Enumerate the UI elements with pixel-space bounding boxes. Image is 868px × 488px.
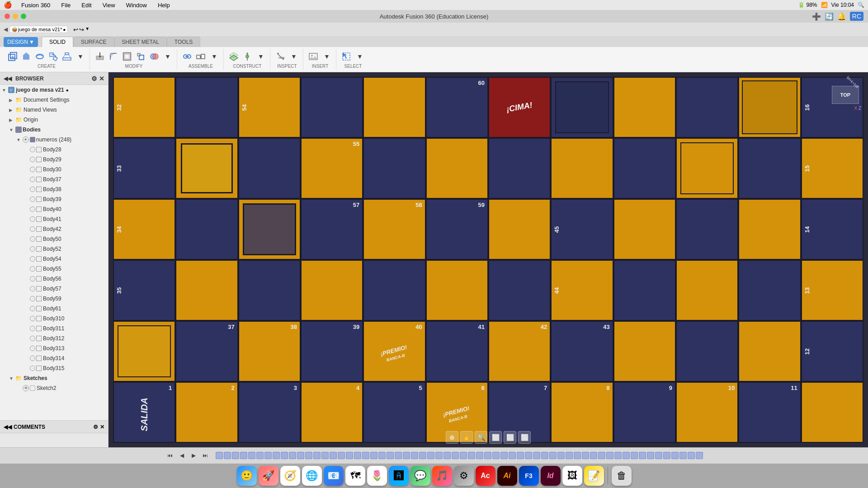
measure-icon[interactable]: mm: [274, 50, 287, 63]
loft-icon[interactable]: [61, 50, 73, 63]
maximize-button[interactable]: [21, 14, 26, 19]
timeline-step[interactable]: [574, 452, 581, 459]
sweep-icon[interactable]: [47, 50, 60, 63]
body-visibility-icon[interactable]: ·: [30, 346, 35, 351]
timeline-step[interactable]: [671, 452, 679, 459]
dock-acrobat[interactable]: Ac: [476, 466, 495, 486]
timeline-step[interactable]: [330, 452, 337, 459]
body-visibility-icon[interactable]: ·: [30, 177, 35, 182]
create-dropdown[interactable]: ▼: [74, 50, 87, 63]
tree-item-body52[interactable]: · Body52: [0, 244, 108, 254]
combine-icon[interactable]: [148, 50, 160, 63]
viewcube[interactable]: TOP X Z: [827, 77, 863, 113]
skip-back-btn[interactable]: ⏮: [165, 450, 175, 460]
body-visibility-icon[interactable]: ·: [30, 286, 35, 291]
sketch-visibility-icon[interactable]: 👁: [23, 385, 29, 391]
tree-item-doc-settings[interactable]: ▶ 📁 Document Settings: [0, 95, 108, 105]
notification-icon[interactable]: 🔔: [837, 12, 846, 21]
timeline-step[interactable]: [663, 452, 670, 459]
timeline-step[interactable]: [387, 452, 394, 459]
timeline-step[interactable]: [256, 452, 264, 459]
tree-item-body38[interactable]: · Body38: [0, 184, 108, 194]
dock-maps[interactable]: 🗺: [345, 466, 365, 486]
timeline-step[interactable]: [264, 452, 272, 459]
timeline-step[interactable]: [492, 452, 500, 459]
construct-dropdown[interactable]: ▼: [255, 50, 267, 63]
select-dropdown[interactable]: ▼: [354, 50, 366, 63]
tree-item-body55[interactable]: · Body55: [0, 264, 108, 274]
tree-item-body39[interactable]: · Body39: [0, 194, 108, 204]
body-visibility-icon[interactable]: ·: [30, 157, 35, 162]
timeline-step[interactable]: [614, 452, 622, 459]
comments-settings-icon[interactable]: ⚙: [93, 424, 98, 430]
comments-close-icon[interactable]: ✕: [100, 424, 104, 430]
timeline-step[interactable]: [216, 452, 223, 459]
refresh-icon[interactable]: 🔄: [825, 12, 834, 21]
body-visibility-icon[interactable]: ·: [30, 306, 35, 311]
timeline-step[interactable]: [598, 452, 605, 459]
tree-item-sketches[interactable]: ▼ 📁 Sketches: [0, 373, 108, 383]
snap-btn[interactable]: ⊕: [446, 431, 458, 444]
menu-view[interactable]: View: [101, 1, 117, 9]
play-btn[interactable]: ▶: [189, 450, 198, 460]
tree-item-body61[interactable]: · Body61: [0, 304, 108, 314]
pan-btn[interactable]: ✋: [460, 431, 473, 444]
visibility-icon[interactable]: 👁: [23, 136, 29, 143]
joint-icon[interactable]: [181, 50, 193, 63]
timeline-step[interactable]: [468, 452, 475, 459]
body-visibility-icon[interactable]: ·: [30, 226, 35, 232]
body-visibility-icon[interactable]: ·: [30, 167, 35, 172]
timeline-step[interactable]: [346, 452, 353, 459]
menu-help[interactable]: Help: [156, 1, 172, 9]
browser-close-icon[interactable]: ✕: [99, 75, 104, 82]
tree-item-body315[interactable]: · Body315: [0, 363, 108, 373]
body-visibility-icon[interactable]: ·: [30, 197, 35, 202]
timeline-step[interactable]: [679, 452, 687, 459]
scale-icon[interactable]: [134, 50, 147, 63]
tree-item-body311[interactable]: · Body311: [0, 324, 108, 333]
timeline-step[interactable]: [411, 452, 418, 459]
timeline-step[interactable]: [297, 452, 304, 459]
display-mode-btn[interactable]: ⬜: [504, 431, 516, 444]
timeline-step[interactable]: [248, 452, 255, 459]
comments-header[interactable]: ◀◀ COMMENTS ⚙ ✕: [0, 421, 108, 433]
tree-item-bodies[interactable]: ▼ Bodies: [0, 125, 108, 135]
timeline-step[interactable]: [321, 452, 329, 459]
rigid-group-icon[interactable]: [194, 50, 207, 63]
tree-item-body29[interactable]: · Body29: [0, 155, 108, 164]
timeline-step[interactable]: [338, 452, 345, 459]
account-icon[interactable]: RC: [850, 12, 863, 21]
timeline-step[interactable]: [509, 452, 516, 459]
timeline-step[interactable]: [606, 452, 613, 459]
new-component-icon[interactable]: [6, 50, 19, 63]
timeline-step[interactable]: [549, 452, 557, 459]
fillet-icon[interactable]: [107, 50, 120, 63]
body-visibility-icon[interactable]: ·: [30, 296, 35, 301]
body-visibility-icon[interactable]: ·: [30, 236, 35, 242]
tree-item-body56[interactable]: · Body56: [0, 274, 108, 284]
timeline-step[interactable]: [378, 452, 386, 459]
timeline-step[interactable]: [354, 452, 361, 459]
browser-collapse-icon[interactable]: ◀◀: [4, 75, 12, 82]
tree-item-body313[interactable]: · Body313: [0, 343, 108, 353]
dock-illustrator[interactable]: Ai: [497, 466, 517, 486]
timeline-step[interactable]: [541, 452, 548, 459]
timeline-step[interactable]: [395, 452, 402, 459]
body-visibility-icon[interactable]: ·: [30, 206, 35, 212]
timeline-step[interactable]: [582, 452, 589, 459]
revolve-icon[interactable]: [33, 50, 46, 63]
body-visibility-icon[interactable]: ·: [30, 276, 35, 282]
assemble-dropdown[interactable]: ▼: [208, 50, 221, 63]
timeline-step[interactable]: [688, 452, 695, 459]
timeline-step[interactable]: [289, 452, 296, 459]
dock-trash[interactable]: 🗑: [612, 466, 632, 486]
body-visibility-icon[interactable]: ·: [30, 246, 35, 252]
timeline-step[interactable]: [525, 452, 532, 459]
body-visibility-icon[interactable]: ·: [30, 316, 35, 321]
insert-dropdown[interactable]: ▼: [321, 50, 333, 63]
body-visibility-icon[interactable]: ·: [30, 187, 35, 192]
minimize-button[interactable]: [13, 14, 18, 19]
timeline-step[interactable]: [655, 452, 662, 459]
search-icon[interactable]: 🔍: [858, 2, 864, 8]
undo-icon[interactable]: ↩: [73, 26, 78, 33]
